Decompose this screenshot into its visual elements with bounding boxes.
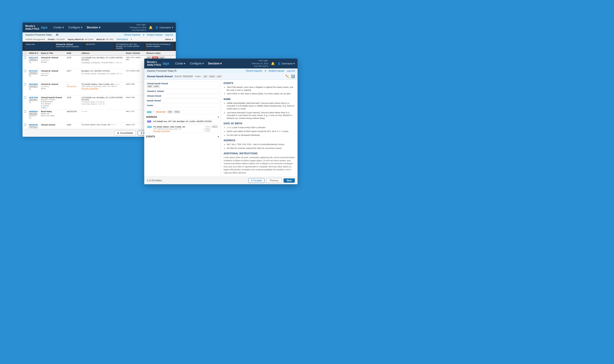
- consolidate-icon: ⊞: [117, 132, 119, 134]
- geo-link[interactable]: Port Eda, Costa Rica: [153, 130, 170, 132]
- dob-rules-section: DATE OF BIRTH ( +/-) 1-year if exact ent…: [224, 122, 295, 136]
- entity-actions: ✏️ ℹ️: [285, 75, 295, 78]
- logout-link[interactable]: Log Out: [165, 34, 173, 36]
- nav-configure[interactable]: Configure ▾: [66, 25, 84, 30]
- overlay-user-menu[interactable]: 👤 Username ▾: [278, 62, 295, 65]
- col-grid-id[interactable]: GRID ID ▾: [27, 51, 40, 56]
- nav-curate[interactable]: Curate ▾: [51, 25, 66, 30]
- row-checkbox[interactable]: [24, 56, 26, 59]
- row-checkbox[interactable]: [24, 83, 26, 85]
- dob-cell: 1978: [65, 96, 80, 110]
- bell-icon[interactable]: 🔔: [149, 26, 153, 29]
- overlay-escalate-button[interactable]: ⬆ Escalate: [248, 178, 264, 183]
- overlay-sub-toolbar: Inquiries Processed Today: 25 Recent inq…: [144, 68, 297, 73]
- events-header[interactable]: EVENTS ▾: [146, 135, 219, 138]
- next-button[interactable]: Next: [283, 178, 295, 183]
- grid-id-link[interactable]: 95846545: [29, 124, 38, 126]
- search-icon-row5[interactable]: 🔍: [29, 117, 38, 119]
- col-notes[interactable]: Notes / Events: [125, 51, 145, 56]
- col-reason-codes[interactable]: Reason Codes: [145, 51, 176, 56]
- nav-decision[interactable]: Decision ▾: [84, 25, 103, 30]
- overlay-navbar: Moody's ANALYTICS DQA Curate ▾ Configure…: [144, 59, 297, 68]
- grid-id-link[interactable]: 32457545: [29, 96, 38, 99]
- ent-dob-badge: DOB: [167, 111, 173, 113]
- main-sub-toolbar: Inquiries Processed Today: 25 Recent inq…: [23, 32, 176, 37]
- search-icon-row[interactable]: 🔍: [29, 62, 38, 64]
- code-cant: CANT: [216, 75, 222, 78]
- name-cell: Ahmad Hamdi Ahmed Ahmad H. Ahmed Ahmad A…: [40, 96, 65, 110]
- overlay-nav-curate[interactable]: Curate ▾: [173, 61, 187, 66]
- row-checkbox[interactable]: [24, 110, 26, 113]
- ent-tag-addr: ENT: [147, 126, 152, 128]
- grid-id-cell: 48723187 OFFICIAL 🔍: [27, 69, 40, 82]
- row-checkbox[interactable]: [24, 124, 26, 126]
- more-names-link[interactable]: 4 More...: [41, 107, 64, 109]
- dob-cell: ⊙ 06/23/1967: [65, 82, 80, 96]
- event-item-1: Alert if the lawsuit, court case or liti…: [227, 86, 295, 91]
- entity-grid-id: Grid ID: 50023694: [174, 75, 193, 78]
- dob-rule-2: Match exact dates of birth if given exce…: [227, 130, 295, 133]
- row-checkbox[interactable]: [24, 96, 26, 99]
- inq-tag: INQ: [147, 120, 151, 123]
- dqa-label: DQA: [41, 26, 48, 29]
- notes-cell: CVT | MUR | IND: [125, 69, 145, 82]
- inquiry-card-company: El Kfah General Contracting & General Su…: [145, 43, 174, 50]
- address-row-ent: ENT 751 Bulah Station, New Coralie, MA 2…: [146, 125, 219, 133]
- col-checkbox: [23, 51, 27, 56]
- instructions-link[interactable]: Instructions: [117, 38, 128, 40]
- overlay-logout[interactable]: Log Out: [287, 70, 295, 72]
- search-icon-row4[interactable]: 🔍: [29, 101, 38, 104]
- user-menu[interactable]: 👤 Username ▾: [155, 26, 173, 29]
- ent-address: 751 Bulah Station, New Coralie, MA 241mi…: [153, 126, 210, 132]
- consolidate-button[interactable]: ⊞ Consolidate: [114, 131, 136, 135]
- address-header[interactable]: ADDRESS ▾: [146, 116, 219, 118]
- escalate-icon-sm: ⬆: [251, 179, 253, 182]
- name-match-4: Hamdi-Ahmed: [146, 99, 219, 103]
- events-rules-section: EVENTS Alert if the lawsuit, court case …: [224, 82, 295, 95]
- overlay-sub-right: Recent inquiries ▾ Analyst manual Log Ou…: [246, 70, 295, 72]
- recent-inquiries-link[interactable]: Recent inquiries: [124, 34, 140, 36]
- previous-button[interactable]: Previous: [266, 178, 282, 183]
- overlay-recent-inquiries[interactable]: Recent inquiries: [246, 70, 262, 72]
- brand: Moody's ANALYTICS DQA: [25, 25, 48, 30]
- search-icon-row3[interactable]: 🔍: [29, 88, 38, 90]
- additional-title: ADDITIONAL INSTRUCTIONS: [224, 152, 295, 155]
- col-name-title[interactable]: Name & Title: [40, 51, 65, 56]
- overlay-analyst-manual[interactable]: Analyst manual: [269, 70, 284, 72]
- overlay-nav-configure[interactable]: Configure ▾: [187, 61, 206, 66]
- select-all-checkbox[interactable]: [24, 52, 26, 54]
- inquiry-info-tab[interactable]: Inquiry Info: [24, 43, 54, 50]
- grid-id-link[interactable]: 63521478: [29, 56, 38, 59]
- codes-label: Codes:: [195, 75, 201, 78]
- grid-id-link[interactable]: 50023694: [29, 83, 38, 85]
- name-match-1: Ahmad Hamdi Ahmed NMIS GEND: [146, 81, 219, 89]
- analyst-manual-link[interactable]: Analyst manual: [147, 34, 162, 36]
- record-tag: RECORD: [29, 99, 37, 101]
- notes-cell: TER | CVT | MUR | IND: [125, 56, 145, 69]
- search-icon-row2[interactable]: 🔍: [29, 75, 38, 77]
- row-checkbox[interactable]: [24, 70, 26, 72]
- grid-id-link[interactable]: 48723187: [29, 70, 38, 72]
- additional-section: ADDITIONAL INSTRUCTIONS Lorem ipsum dolo…: [224, 152, 295, 174]
- processed-today-count: 25: [56, 34, 58, 36]
- dob-title: DATE OF BIRTH: [224, 122, 295, 125]
- edit-button[interactable]: ✏️: [285, 75, 289, 78]
- address-rules-section: ADDRESS WLT, MLA, TER, FOF, FOS - Alert …: [224, 139, 295, 150]
- grid-id-link[interactable]: 44695820: [29, 110, 38, 113]
- grid-id-cell: 44695820 RECORD Suggested 🔍: [27, 110, 40, 123]
- address-chevron: ▾: [218, 116, 219, 118]
- col-address[interactable]: Address: [80, 51, 125, 56]
- col-dob[interactable]: DOB: [65, 51, 80, 56]
- notes-cell: MUR | IND: [125, 82, 145, 96]
- ent-dob: 05/23/1967: [156, 111, 166, 113]
- overlay-dqa-label: DQA: [163, 62, 169, 65]
- address-cell: 751 Bulah Station, New Coralie, MA 234 m…: [80, 82, 125, 96]
- processed-today-label: Inquiries Processed Today:: [25, 34, 52, 36]
- overlay-bell-icon[interactable]: 🔔: [271, 62, 275, 65]
- overlay-last-login: Last Login:February 16, 20222:51 PM GMT-…: [252, 59, 268, 68]
- official-tag: OFFICIAL: [29, 126, 38, 128]
- name-rules-list: Middle Name/Middle Initial Mismatch: Dis…: [224, 102, 295, 120]
- info-button[interactable]: ℹ️: [291, 75, 295, 78]
- overlay-nav-decision[interactable]: Decision ▾: [206, 61, 224, 66]
- inquiry-card-address: 123 Dekalb Ave, APT 100, Brooklyn, NY 11…: [115, 43, 144, 50]
